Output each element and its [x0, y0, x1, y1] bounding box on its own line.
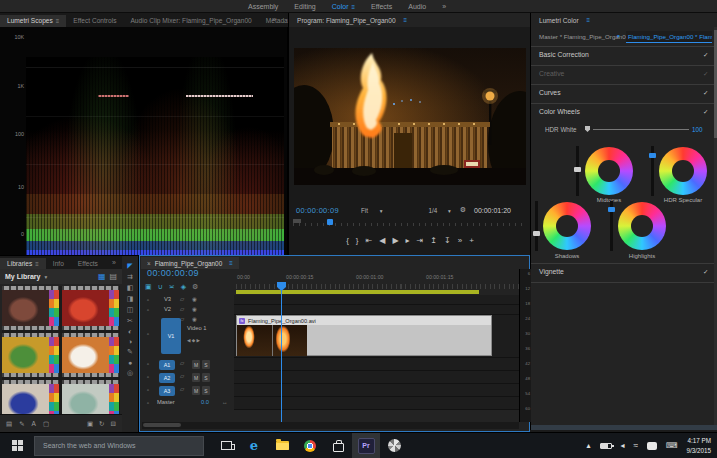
- library-thumbnail[interactable]: [2, 286, 59, 330]
- library-text-icon[interactable]: A: [32, 420, 36, 428]
- track-a3-target-button[interactable]: A3: [159, 386, 175, 396]
- notification-bubble-icon[interactable]: [647, 442, 657, 450]
- master-volume-value[interactable]: 0.0: [201, 399, 209, 405]
- play-button[interactable]: ▶: [392, 236, 398, 245]
- workspace-tab-effects[interactable]: Effects: [371, 3, 392, 10]
- timeline-playhead-line[interactable]: [281, 290, 282, 422]
- tab-lumetri-scopes[interactable]: Lumetri Scopes≡: [0, 15, 66, 27]
- curves-enabled-check[interactable]: ✓: [703, 89, 708, 97]
- app-pinwheel-button[interactable]: [380, 433, 408, 458]
- taskbar-clock[interactable]: 4:17 PM 9/3/2015: [686, 436, 713, 454]
- ripple-edit-tool[interactable]: ◧: [127, 284, 134, 292]
- speaker-icon[interactable]: ◂: [621, 441, 625, 450]
- program-timecode[interactable]: 00:00:00:09: [296, 206, 339, 215]
- vignette-enabled-check[interactable]: ✓: [703, 268, 708, 276]
- library-looks-icon[interactable]: ▢: [43, 420, 49, 428]
- eye-icon[interactable]: ◉: [192, 316, 197, 322]
- timeline-ruler[interactable]: 00:0000:00:00:1500:00:01:0000:00:01:15: [234, 274, 519, 283]
- track-master-content[interactable]: [234, 397, 519, 410]
- lock-icon[interactable]: ▫: [147, 387, 149, 393]
- network-icon[interactable]: ≈: [634, 441, 638, 450]
- eye-icon[interactable]: ◉: [192, 296, 197, 302]
- folder-icon[interactable]: ▱: [180, 306, 184, 312]
- mute-button[interactable]: M: [192, 373, 200, 382]
- hdr-specular-luma-slider[interactable]: [651, 146, 654, 196]
- nest-toggle-icon[interactable]: ▣: [145, 283, 152, 291]
- track-v1-target-button[interactable]: V1: [161, 318, 181, 354]
- selection-tool[interactable]: ◤: [127, 262, 132, 270]
- library-thumbnail[interactable]: [62, 286, 119, 330]
- hdr-white-value[interactable]: 100: [692, 126, 703, 133]
- panel-menu-icon[interactable]: ≡: [587, 17, 591, 23]
- library-thumbnail[interactable]: [62, 333, 119, 377]
- tray-expand-icon[interactable]: ▴: [587, 441, 591, 450]
- step-back-button[interactable]: ◀: [379, 236, 385, 245]
- store-button[interactable]: [324, 433, 352, 458]
- track-v2-content[interactable]: [234, 305, 519, 315]
- chrome-button[interactable]: [296, 433, 324, 458]
- edge-button[interactable]: e: [240, 433, 268, 458]
- task-view-button[interactable]: [212, 433, 240, 458]
- grid-view-icon[interactable]: ▦: [98, 272, 106, 281]
- folder-icon[interactable]: ▱: [180, 360, 184, 366]
- go-to-out-button[interactable]: ⇥: [417, 236, 424, 245]
- library-thumbnail[interactable]: [2, 333, 59, 377]
- highlights-luma-slider[interactable]: [610, 201, 613, 251]
- tab-audio-clip-mixer[interactable]: Audio Clip Mixer: Flaming_Pipe_Organ00: [123, 15, 258, 27]
- panel-menu-icon[interactable]: ≡: [229, 260, 233, 266]
- timeline-horizontal-scrollbar[interactable]: [142, 422, 519, 429]
- list-view-icon[interactable]: ▤: [109, 272, 117, 281]
- track-a1-target-button[interactable]: A1: [159, 360, 175, 370]
- section-creative[interactable]: Creative: [539, 70, 564, 77]
- track-v1-name[interactable]: Video 1: [187, 325, 207, 331]
- library-sync-icon[interactable]: ↻: [99, 420, 104, 428]
- program-video-frame[interactable]: [294, 48, 526, 185]
- work-area-bar[interactable]: [236, 290, 479, 294]
- section-curves[interactable]: Curves: [539, 89, 561, 96]
- section-basic-correction[interactable]: Basic Correction: [539, 51, 589, 58]
- lumetri-color-panel-header[interactable]: Lumetri Color ≡: [530, 13, 717, 27]
- left-tabs-overflow-icon[interactable]: »: [272, 16, 276, 23]
- keyboard-icon[interactable]: ⌨: [666, 441, 678, 450]
- hand-tool[interactable]: ●: [128, 359, 132, 366]
- lock-icon[interactable]: ▫: [147, 297, 149, 303]
- rate-stretch-tool[interactable]: ◫: [127, 306, 134, 314]
- snap-icon[interactable]: ∪: [158, 283, 163, 291]
- program-panel-header[interactable]: Program: Flaming_Pipe_Organ00 ≡: [288, 13, 530, 27]
- shadows-luma-slider[interactable]: [535, 201, 538, 251]
- taskbar-search-input[interactable]: [34, 436, 204, 456]
- pen-tool[interactable]: ✎: [127, 348, 133, 356]
- hdr-white-slider-track[interactable]: [593, 129, 689, 130]
- workspace-tab-assembly[interactable]: Assembly: [248, 3, 278, 10]
- fx-badge[interactable]: fx: [239, 318, 245, 324]
- tab-effect-controls[interactable]: Effect Controls: [66, 15, 123, 27]
- creative-enabled-check[interactable]: ✓: [703, 70, 708, 78]
- lift-button[interactable]: ↥: [430, 236, 437, 245]
- hdr-specular-color-wheel[interactable]: [659, 147, 707, 195]
- mute-button[interactable]: M: [192, 386, 200, 395]
- workspace-tab-color[interactable]: Color≡: [332, 3, 355, 10]
- timeline-settings-icon[interactable]: ⚙: [192, 283, 198, 291]
- lock-icon[interactable]: ▫: [147, 374, 149, 380]
- mute-button[interactable]: M: [192, 360, 200, 369]
- playback-resolution-dropdown[interactable]: 1/4 ▾: [428, 207, 450, 214]
- close-icon[interactable]: ×: [147, 260, 151, 267]
- track-a3-content[interactable]: [234, 384, 519, 397]
- section-vignette[interactable]: Vignette: [539, 268, 564, 275]
- step-forward-button[interactable]: ▸: [406, 236, 410, 245]
- chevron-down-icon[interactable]: ▾: [44, 274, 47, 280]
- highlights-color-wheel[interactable]: [618, 202, 666, 250]
- panel-menu-icon[interactable]: ≡: [404, 17, 408, 23]
- mark-in-button[interactable]: {: [346, 236, 349, 245]
- track-v3-label[interactable]: V3: [164, 296, 171, 302]
- add-marker-icon[interactable]: ◈: [181, 283, 186, 291]
- library-thumbnail[interactable]: [2, 380, 59, 414]
- timeline-timecode[interactable]: 00:00:00:09: [147, 268, 199, 278]
- eye-icon[interactable]: ◉: [192, 306, 197, 312]
- mark-out-button[interactable]: }: [356, 236, 359, 245]
- track-a1-content[interactable]: [234, 358, 519, 371]
- solo-button[interactable]: S: [202, 360, 210, 369]
- library-thumbnail[interactable]: [62, 380, 119, 414]
- slide-tool[interactable]: ◑: [128, 338, 132, 345]
- clip-tab[interactable]: Flaming_Pipe_Organ00 * Flam...: [626, 31, 712, 43]
